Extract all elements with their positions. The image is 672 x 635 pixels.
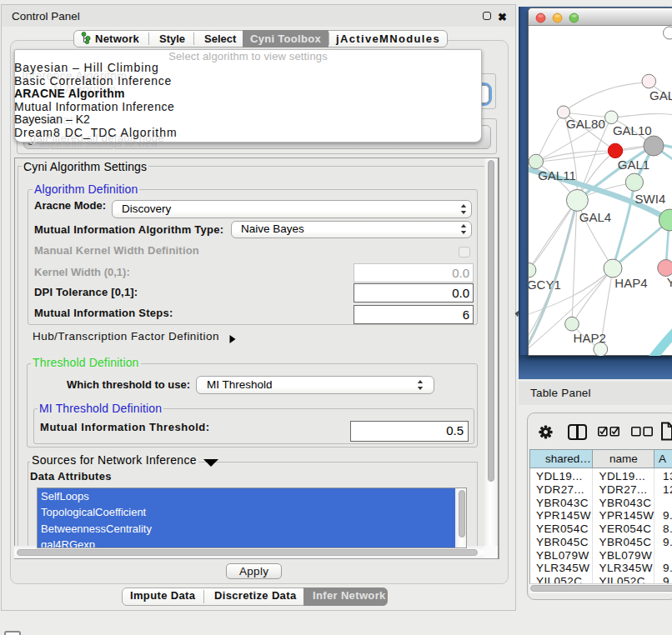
svg-text:HAP4: HAP4 (614, 276, 647, 290)
svg-text:Y: Y (667, 275, 672, 289)
svg-text:GAL80: GAL80 (566, 117, 605, 131)
svg-text:GCY1: GCY1 (529, 278, 561, 292)
svg-text:GAL2: GAL2 (649, 88, 672, 102)
svg-text:GAL11: GAL11 (538, 168, 576, 182)
svg-text:GAL1: GAL1 (618, 158, 649, 172)
svg-text:GAL10: GAL10 (613, 123, 652, 138)
svg-text:SWI4: SWI4 (635, 192, 666, 206)
svg-text:GAL4: GAL4 (579, 210, 611, 224)
svg-text:HAP2: HAP2 (574, 331, 606, 345)
